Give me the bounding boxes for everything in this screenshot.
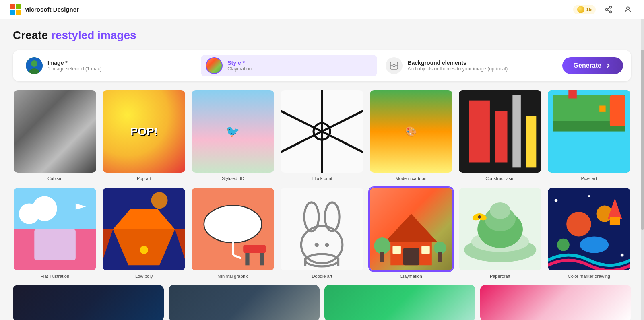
- svg-rect-90: [610, 217, 620, 225]
- svg-rect-47: [103, 188, 185, 209]
- image-section[interactable]: Image * 1 image selected (1 max): [21, 55, 197, 76]
- svg-marker-44: [103, 229, 113, 260]
- app-title: Microsoft Designer: [24, 6, 79, 13]
- svg-rect-26: [469, 101, 489, 163]
- svg-rect-34: [568, 90, 577, 99]
- svg-point-11: [31, 60, 37, 67]
- style-name-papercraft: Papercraft: [490, 274, 510, 279]
- style-item-claymation[interactable]: Claymation: [369, 187, 453, 279]
- scrollbar-thumb[interactable]: [641, 50, 644, 230]
- svg-point-87: [557, 239, 570, 251]
- style-text: Style * Claymation: [227, 60, 252, 72]
- style-thumb-low-poly: [102, 187, 186, 271]
- svg-point-88: [580, 237, 609, 253]
- svg-point-38: [32, 196, 57, 221]
- svg-rect-56: [281, 188, 363, 270]
- svg-rect-74: [438, 252, 442, 262]
- background-section[interactable]: + Background elements Add objects or the…: [381, 55, 557, 76]
- style-grid-row2: Flat illustration Lo: [13, 187, 631, 279]
- svg-rect-33: [610, 95, 625, 126]
- svg-rect-53: [243, 245, 266, 253]
- header: Microsoft Designer 15: [0, 0, 644, 19]
- coins-count: 15: [586, 6, 592, 12]
- style-item-color-marker-drawing[interactable]: Color marker drawing: [547, 187, 631, 279]
- generate-button[interactable]: Generate: [562, 57, 623, 74]
- style-item-pixel-art[interactable]: Pixel art: [547, 89, 631, 181]
- style-name-doodle-art: Doodle art: [312, 274, 332, 279]
- background-icon: +: [386, 57, 402, 74]
- svg-rect-0: [10, 4, 15, 9]
- svg-rect-1: [16, 4, 21, 9]
- style-name-pixel-art: Pixel art: [581, 176, 597, 181]
- header-right: 15: [573, 3, 634, 16]
- style-item-minimal-graphic[interactable]: Minimal graphic: [191, 187, 275, 279]
- style-thumb-color-marker-drawing: [547, 187, 631, 271]
- svg-rect-28: [512, 95, 521, 167]
- share-button[interactable]: [602, 3, 615, 16]
- style-thumb-stylized-3d: 🐦: [191, 89, 275, 173]
- style-section[interactable]: Style * Claymation: [201, 55, 377, 76]
- style-item-flat-illustration[interactable]: Flat illustration: [13, 187, 97, 279]
- title-accent: restyled images: [51, 29, 136, 41]
- style-thumb-minimal-graphic: [191, 187, 275, 271]
- svg-rect-3: [16, 10, 21, 15]
- style-thumb-cubism: [13, 89, 97, 173]
- svg-rect-68: [403, 248, 419, 266]
- coin-icon: [577, 6, 584, 13]
- svg-point-6: [610, 11, 612, 13]
- svg-point-83: [478, 215, 481, 219]
- divider-2: [379, 58, 379, 74]
- background-label: Background elements: [407, 60, 508, 66]
- style-sublabel: Claymation: [227, 66, 252, 72]
- svg-rect-2: [10, 10, 15, 15]
- image-label: Image *: [47, 60, 102, 66]
- svg-line-8: [607, 8, 610, 9]
- svg-point-71: [374, 237, 390, 254]
- svg-marker-45: [175, 229, 186, 260]
- style-item-modern-cartoon[interactable]: 🎨 Modern cartoon: [369, 89, 453, 181]
- style-item-low-poly[interactable]: Low poly: [102, 187, 186, 279]
- user-avatar: [26, 57, 43, 74]
- style-item-pop-art[interactable]: POP! Pop art: [102, 89, 186, 181]
- style-thumb-block-print: [280, 89, 364, 173]
- preview-thumb-4: [480, 285, 631, 320]
- svg-rect-35: [599, 105, 605, 111]
- divider-1: [199, 58, 199, 74]
- svg-rect-54: [246, 253, 250, 266]
- svg-rect-72: [380, 252, 384, 262]
- title-static: Create: [13, 29, 51, 41]
- svg-point-60: [315, 243, 319, 247]
- scrollbar[interactable]: [641, 19, 644, 320]
- preview-row-1: [13, 285, 631, 320]
- svg-rect-69: [392, 246, 401, 254]
- style-item-block-print[interactable]: Block print: [280, 89, 364, 181]
- svg-rect-27: [495, 111, 507, 162]
- style-name-modern-cartoon: Modern cartoon: [396, 176, 427, 181]
- svg-point-4: [610, 6, 612, 8]
- page-content: Create restyled images Image * 1 image s…: [0, 19, 644, 320]
- style-thumb-constructivism: [458, 89, 542, 173]
- style-name-minimal-graphic: Minimal graphic: [217, 274, 248, 279]
- svg-text:+: +: [396, 61, 398, 65]
- coins-badge: 15: [573, 5, 596, 14]
- preview-thumb-1: [13, 285, 164, 320]
- style-name-flat-illustration: Flat illustration: [41, 274, 69, 279]
- style-name-pop-art: Pop art: [137, 176, 151, 181]
- style-name-stylized-3d: Stylized 3D: [222, 176, 244, 181]
- style-item-cubism[interactable]: Cubism: [13, 89, 97, 181]
- style-thumb-pixel-art: [547, 89, 631, 173]
- style-item-doodle-art[interactable]: Doodle art: [280, 187, 364, 279]
- style-item-stylized-3d[interactable]: 🐦 Stylized 3D: [191, 89, 275, 181]
- style-grid-row1: Cubism POP! Pop art 🐦 Stylized 3D: [13, 89, 631, 181]
- style-item-papercraft[interactable]: Papercraft: [458, 187, 542, 279]
- style-thumb-claymation: [369, 187, 453, 271]
- background-sublabel: Add objects or themes to your image (opt…: [407, 66, 508, 72]
- logo-icon: [10, 4, 21, 15]
- control-panel: Image * 1 image selected (1 max) Style *…: [13, 50, 631, 81]
- profile-button[interactable]: [621, 3, 634, 16]
- header-left: Microsoft Designer: [10, 4, 79, 15]
- svg-point-46: [140, 246, 148, 254]
- svg-point-9: [627, 7, 630, 10]
- style-item-constructivism[interactable]: Constructivism: [458, 89, 542, 181]
- style-label: Style *: [227, 60, 252, 66]
